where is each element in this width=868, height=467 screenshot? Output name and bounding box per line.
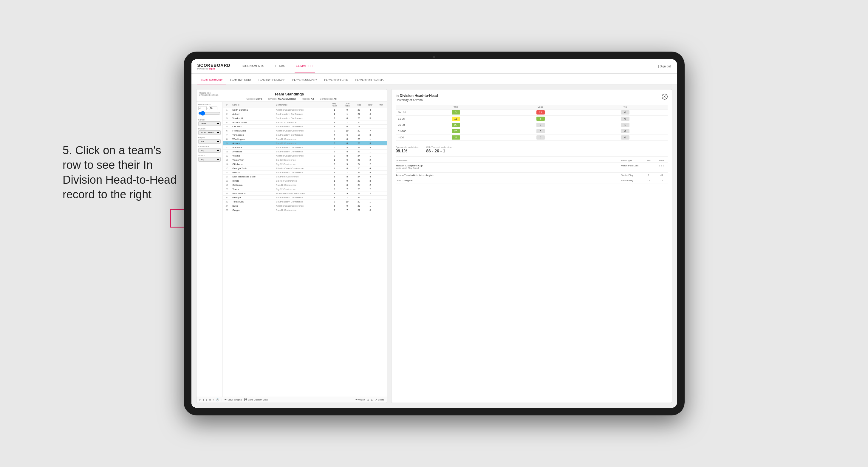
table-row[interactable]: 23 Texas A&M Southeastern Conference 9 1… (223, 200, 387, 204)
table-row[interactable]: 19 California Pac-12 Conference 4 8 24 2 (223, 183, 387, 187)
gender-filter: Gender: Men's (246, 97, 262, 100)
h2h-stats: Opponents in division: 99.1% W-L-T recor… (396, 144, 668, 153)
table-row[interactable]: 18 Illinois Big Ten Conference 1 9 23 3 (223, 179, 387, 183)
table-row[interactable]: 24 Duke Atlantic Coast Conference 5 9 27… (223, 204, 387, 208)
toolbar-clock[interactable]: 🕐 (216, 398, 219, 401)
table-row[interactable]: 20 Texas Big 12 Conference 3 7 20 2 (223, 187, 387, 191)
close-button[interactable]: ✕ (662, 94, 668, 100)
table-row[interactable]: 15 Georgia Tech Atlantic Coast Conferenc… (223, 166, 387, 170)
region-select[interactable]: N/A (198, 139, 221, 144)
sub-nav-team-h2h-grid[interactable]: TEAM H2H GRID (226, 76, 255, 84)
table-row[interactable]: 2 Auburn Southeastern Conference 1 1 27 … (223, 112, 387, 116)
min-rounds-input[interactable] (198, 106, 207, 110)
col-reg-rank: RegRank (328, 102, 341, 108)
toolbar-save-custom[interactable]: 💾 Save Custom View (244, 398, 268, 401)
table-row[interactable]: 12 Virginia Atlantic Coast Conference 3 … (223, 154, 387, 158)
toolbar-watch[interactable]: 👁 Watch (355, 398, 365, 401)
h2h-row: 26-50 25 2 1 (396, 122, 668, 128)
table-row[interactable]: 13 Texas Tech Big 12 Conference 1 9 27 2 (223, 158, 387, 162)
h2h-row: >100 27 0 0 (396, 134, 668, 141)
table-row[interactable]: 25 Oregon Pac-12 Conference 5 7 21 0 (223, 208, 387, 212)
col-win: Win (376, 102, 386, 108)
panel-title: Team Standings (219, 92, 360, 96)
sub-nav: TEAM SUMMARY TEAM H2H GRID TEAM H2H HEAT… (191, 74, 677, 84)
nav-teams[interactable]: TEAMS (274, 60, 286, 72)
toolbar-step-back[interactable]: ⟨ (203, 398, 204, 401)
table-row[interactable]: 5 Ole Miss Southeastern Conference 3 6 1… (223, 125, 387, 129)
toolbar-view-original[interactable]: 👁 View: Original (224, 398, 242, 401)
toolbar-undo[interactable]: ↩ (199, 398, 201, 401)
toolbar-step-fwd[interactable]: ⟩ (206, 398, 207, 401)
col-school: School (231, 102, 275, 108)
conference-filter: Conference: All (320, 97, 337, 100)
sub-nav-player-summary[interactable]: PLAYER SUMMARY (289, 76, 320, 84)
filter-division: Division NCAA Division I (198, 128, 221, 135)
toolbar-layout[interactable]: ⊟ (371, 398, 373, 401)
h2h-panel: In Division Head-to-Head University of A… (391, 89, 672, 403)
logo-area: SCOREBOARD Powered by clippd (197, 63, 230, 70)
opponents-label: Opponents in division: (396, 146, 419, 149)
toolbar-add[interactable]: + (213, 398, 214, 401)
table-row[interactable]: 3 Vanderbilt Southeastern Conference 2 8… (223, 116, 387, 121)
table-row[interactable]: 17 East Tennessee State Southern Confere… (223, 175, 387, 179)
gender-select[interactable]: Men's (198, 121, 221, 126)
logo-title: SCOREBOARD (197, 63, 230, 68)
update-datetime: 27/03/2024 16:56:26 (199, 94, 219, 96)
table-row[interactable]: 7 Tennessee Southeastern Conference 4 6 … (223, 133, 387, 137)
division-select[interactable]: NCAA Division I (198, 130, 221, 135)
col-tour: Tour (364, 102, 376, 108)
sub-nav-player-h2h-heatmap[interactable]: PLAYER H2H HEATMAP (352, 76, 389, 84)
col-rank: # (223, 102, 231, 108)
table-row[interactable]: 22 Georgia Southeastern Conference 8 7 2… (223, 196, 387, 200)
filter-gender: Gender Men's (198, 119, 221, 126)
toolbar-share[interactable]: ↗ Share (375, 398, 384, 401)
table-row[interactable]: 1 North Carolina Atlantic Coast Conferen… (223, 108, 387, 112)
col-rds: Rds (354, 102, 364, 108)
top-nav: SCOREBOARD Powered by clippd TOURNAMENTS… (191, 59, 677, 74)
h2h-row: 11-25 11 8 0 (396, 116, 668, 122)
rounds-slider[interactable] (198, 111, 221, 116)
sub-nav-team-h2h-heatmap[interactable]: TEAM H2H HEATMAP (254, 76, 289, 84)
table-row[interactable]: 10 Alabama Southeastern Conference 5 8 2… (223, 146, 387, 150)
nav-committee[interactable]: COMMITTEE (294, 60, 315, 72)
tournament-row: Cabo Collegiate Stroke Play 11 17 (396, 178, 668, 183)
max-rounds-input[interactable] (209, 106, 217, 110)
table-row[interactable]: 4 Arizona State Pac-12 Conference 1 1 26… (223, 121, 387, 125)
toolbar-grid[interactable]: ⊞ (367, 398, 369, 401)
sign-out[interactable]: | Sign out (658, 65, 671, 68)
toolbar-copy[interactable]: ⧉ (209, 398, 211, 401)
tournament-row: Jackson T. Stephens Cup Men's Match Play… (396, 163, 668, 173)
table-row[interactable]: 6 Florida State Atlantic Coast Conferenc… (223, 129, 387, 133)
standings-table: # School Conference RegRank ConfRank Rds… (223, 102, 387, 397)
logo-powered: Powered by clippd (197, 68, 230, 70)
update-time-label: Update time: (199, 92, 219, 94)
filters-sidebar: Minimum Rou... - Gender (196, 102, 223, 397)
sub-nav-player-h2h-grid[interactable]: PLAYER H2H GRID (320, 76, 351, 84)
region-filter: Region: All (302, 97, 314, 100)
conference-select[interactable]: (All) (198, 148, 221, 153)
col-conference: Conference (275, 102, 328, 108)
table-row[interactable]: 11 Arkansas Southeastern Conference 6 8 … (223, 150, 387, 154)
panel-header: Update time: 27/03/2024 16:56:26 Team St… (196, 90, 387, 102)
filter-school: School (All) (198, 154, 221, 162)
filter-region: Region N/A (198, 136, 221, 144)
tournament-section: Tournament Event Type Pos Score Jackson … (396, 156, 668, 398)
table-row[interactable]: 8 Washington Pac-12 Conference 2 8 23 1 (223, 137, 387, 142)
nav-tournaments[interactable]: TOURNAMENTS (240, 60, 266, 72)
opponents-value: 99.1% (396, 149, 419, 153)
tablet-screen: SCOREBOARD Powered by clippd TOURNAMENTS… (191, 59, 677, 408)
school-select[interactable]: (All) (198, 157, 221, 162)
table-row[interactable]: 14 Oklahoma Big 12 Conference 3 9 24 2 (223, 162, 387, 166)
record-label: W-L-T record in-division: (426, 146, 452, 149)
table-row[interactable]: 9 Arizona Pac-12 Conference 5 8 23 3 (223, 142, 387, 146)
division-filter: Division: NCAA Division I (268, 97, 296, 100)
table-row[interactable]: 21 New Mexico Mountain West Conference 1… (223, 191, 387, 196)
filter-min-rounds: Minimum Rou... - (198, 103, 221, 116)
table-row[interactable]: 16 Florida Southeastern Conference 7 7 2… (223, 170, 387, 175)
top-nav-links: TOURNAMENTS TEAMS COMMITTEE (240, 60, 658, 72)
h2h-title: In Division Head-to-Head (396, 94, 438, 98)
sub-nav-team-summary[interactable]: TEAM SUMMARY (197, 76, 226, 84)
h2h-team: University of Arizona (396, 98, 438, 102)
h2h-header: In Division Head-to-Head University of A… (396, 94, 668, 102)
record-value: 86 - 26 - 1 (426, 149, 452, 153)
